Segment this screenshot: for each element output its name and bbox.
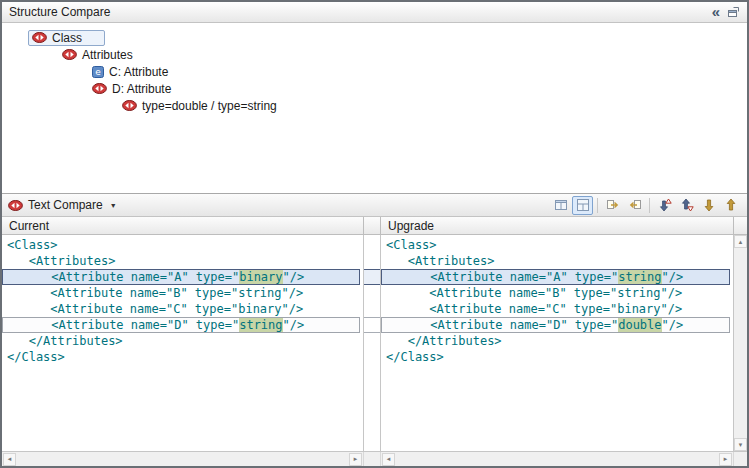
structure-compare-title: Structure Compare bbox=[9, 5, 110, 19]
previous-difference-icon[interactable] bbox=[676, 196, 697, 215]
code-line[interactable]: </Class> bbox=[381, 349, 733, 365]
tree-item-label: Class bbox=[52, 31, 82, 45]
code-line-diff[interactable]: <Attribute name="A" type="binary"/> bbox=[2, 269, 360, 285]
gutter-scroll-corner bbox=[363, 452, 381, 466]
compare-editor: Structure Compare « ClassAttributeseC: A… bbox=[0, 0, 749, 468]
code-line[interactable]: <Attribute name="B" type="string"/> bbox=[381, 285, 733, 301]
next-difference-icon[interactable] bbox=[654, 196, 675, 215]
tree-item-d-attribute[interactable]: D: Attribute bbox=[2, 80, 747, 97]
left-horizontal-scrollbar[interactable]: ◄ ► bbox=[2, 452, 363, 466]
scroll-right-icon[interactable]: ► bbox=[349, 453, 362, 466]
toolbar-separator bbox=[597, 198, 598, 213]
code-line[interactable]: </Class> bbox=[2, 349, 363, 365]
right-pane-header: Upgrade bbox=[381, 217, 733, 235]
tree-item-class[interactable]: Class bbox=[2, 29, 747, 46]
two-pane-icon[interactable] bbox=[550, 196, 571, 215]
conflict-change-icon bbox=[122, 100, 137, 111]
code-line[interactable]: </Attributes> bbox=[2, 333, 363, 349]
diff-word-highlight: binary bbox=[239, 270, 282, 284]
toolbar-separator bbox=[649, 198, 650, 213]
scroll-right-icon[interactable]: ► bbox=[719, 453, 732, 466]
ancestor-pane-icon[interactable] bbox=[572, 196, 593, 215]
scroll-left-icon[interactable]: ◄ bbox=[382, 453, 395, 466]
maximize-icon[interactable] bbox=[727, 6, 740, 18]
code-line-diff[interactable]: <Attribute name="D" type="double"/> bbox=[381, 317, 730, 333]
scroll-left-icon[interactable]: ◄ bbox=[3, 453, 16, 466]
tree-item-label: type=double / type=string bbox=[142, 99, 277, 113]
pane-headers: Current Upgrade bbox=[2, 217, 747, 235]
tree-item-inner: Attributes bbox=[58, 47, 137, 63]
left-pane-title: Current bbox=[9, 219, 49, 233]
tree-item-inner: D: Attribute bbox=[88, 81, 175, 97]
copy-all-right-icon[interactable] bbox=[602, 196, 623, 215]
conflict-change-icon bbox=[62, 49, 77, 60]
tree-item-type-double-type-string[interactable]: type=double / type=string bbox=[2, 97, 747, 114]
structure-tree: ClassAttributeseC: AttributeD: Attribute… bbox=[2, 23, 747, 114]
tree-item-attributes[interactable]: Attributes bbox=[2, 46, 747, 63]
scroll-up-icon[interactable]: ▲ bbox=[734, 235, 747, 248]
tree-item-c-attribute[interactable]: eC: Attribute bbox=[2, 63, 747, 80]
code-line[interactable]: <Attribute name="B" type="string"/> bbox=[2, 285, 363, 301]
structure-header-icons: « bbox=[712, 6, 740, 18]
code-line[interactable]: </Attributes> bbox=[381, 333, 733, 349]
copy-all-left-icon[interactable] bbox=[624, 196, 645, 215]
compare-toolbar bbox=[550, 196, 741, 215]
scroll-down-icon[interactable]: ▼ bbox=[734, 438, 747, 451]
text-compare-header: Text Compare ▼ bbox=[2, 194, 747, 217]
diff-word-highlight: string bbox=[239, 318, 282, 332]
horizontal-scrollbars: ◄ ► ◄ ► bbox=[2, 451, 747, 466]
structure-compare-panel: Structure Compare « ClassAttributeseC: A… bbox=[2, 2, 747, 194]
scrollbar-corner bbox=[733, 217, 747, 235]
code-line[interactable]: <Attribute name="C" type="binary"/> bbox=[381, 301, 733, 317]
conflict-change-icon bbox=[32, 32, 47, 43]
left-code-pane[interactable]: <Class> <Attributes> <Attribute name="A"… bbox=[2, 235, 363, 451]
diff-word-highlight: string bbox=[618, 270, 661, 284]
code-line[interactable]: <Attributes> bbox=[381, 253, 733, 269]
svg-text:e: e bbox=[95, 67, 101, 77]
scrollbar-corner bbox=[733, 452, 747, 466]
compare-content: <Class> <Attributes> <Attribute name="A"… bbox=[2, 235, 747, 451]
right-code-pane[interactable]: <Class> <Attributes> <Attribute name="A"… bbox=[381, 235, 733, 451]
tree-item-inner: type=double / type=string bbox=[118, 98, 281, 114]
gutter-header bbox=[363, 217, 381, 235]
element-icon: e bbox=[92, 66, 104, 78]
left-pane-header: Current bbox=[2, 217, 363, 235]
tree-item-inner: eC: Attribute bbox=[88, 64, 172, 80]
code-line-diff[interactable]: <Attribute name="A" type="string"/> bbox=[381, 269, 730, 285]
minimize-icon[interactable]: « bbox=[712, 6, 720, 18]
structure-compare-header: Structure Compare « bbox=[2, 2, 747, 23]
right-pane-title: Upgrade bbox=[388, 219, 434, 233]
code-line[interactable]: <Attributes> bbox=[2, 253, 363, 269]
conflict-change-icon bbox=[8, 200, 23, 211]
tree-item-inner: Class bbox=[28, 30, 105, 46]
code-line[interactable]: <Class> bbox=[2, 237, 363, 253]
conflict-change-icon bbox=[92, 83, 107, 94]
vertical-scrollbar[interactable]: ▲ ▼ bbox=[733, 235, 747, 451]
tree-item-label: C: Attribute bbox=[109, 65, 168, 79]
next-change-icon[interactable] bbox=[698, 196, 719, 215]
code-line-diff[interactable]: <Attribute name="D" type="string"/> bbox=[2, 317, 360, 333]
previous-change-icon[interactable] bbox=[720, 196, 741, 215]
text-compare-title: Text Compare bbox=[28, 198, 103, 212]
code-line[interactable]: <Attribute name="C" type="binary"/> bbox=[2, 301, 363, 317]
code-line[interactable]: <Class> bbox=[381, 237, 733, 253]
right-horizontal-scrollbar[interactable]: ◄ ► bbox=[381, 452, 733, 466]
diff-connector-gutter bbox=[363, 235, 381, 451]
text-compare-panel: Text Compare ▼ Current Upgrade <Class> <… bbox=[2, 194, 747, 466]
chevron-down-icon[interactable]: ▼ bbox=[110, 202, 117, 209]
tree-item-label: D: Attribute bbox=[112, 82, 171, 96]
diff-word-highlight: double bbox=[618, 318, 661, 332]
tree-item-label: Attributes bbox=[82, 48, 133, 62]
